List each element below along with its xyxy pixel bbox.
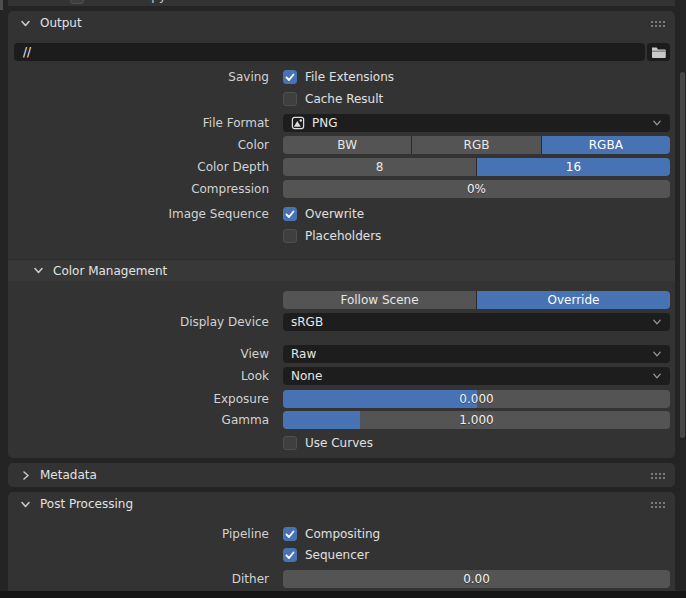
output-panel-header[interactable]: Output <box>8 11 675 35</box>
chevron-down-icon <box>652 371 662 381</box>
output-path-value: // <box>23 45 31 59</box>
chevron-right-icon <box>20 470 31 481</box>
placeholders-checkbox[interactable] <box>283 229 297 243</box>
compression-label: Compression <box>8 182 283 196</box>
pipeline-label: Pipeline <box>8 527 283 541</box>
sequencer-label: Sequencer <box>305 548 369 562</box>
overwrite-label: Overwrite <box>305 207 364 221</box>
output-panel: Output // Saving File Extensions <box>8 11 675 458</box>
browse-folder-button[interactable] <box>647 43 670 61</box>
chevron-down-icon <box>20 499 31 510</box>
exposure-label: Exposure <box>8 392 283 406</box>
compositing-checkbox[interactable] <box>283 527 297 541</box>
post-processing-panel-title: Post Processing <box>40 497 133 511</box>
override-button[interactable]: Override <box>477 291 670 309</box>
color-mode-segmented: BW RGB RGBA <box>283 136 670 154</box>
gamma-slider[interactable]: 1.000 <box>283 411 670 429</box>
cache-result-checkbox[interactable] <box>283 92 297 106</box>
file-extensions-label: File Extensions <box>305 70 394 84</box>
chevron-down-icon <box>20 18 31 29</box>
scrollbar-thumb[interactable] <box>680 72 685 438</box>
image-icon <box>291 116 305 130</box>
follow-scene-button[interactable]: Follow Scene <box>283 291 476 309</box>
display-device-dropdown[interactable]: sRGB <box>283 313 670 331</box>
sequencer-checkbox[interactable] <box>283 548 297 562</box>
chevron-down-icon <box>33 265 44 276</box>
panel-grip-handle[interactable] <box>650 472 665 479</box>
file-format-value: PNG <box>312 116 652 130</box>
look-label: Look <box>8 369 283 383</box>
color-management-subpanel-header[interactable]: Color Management <box>8 259 675 281</box>
post-processing-panel-header[interactable]: Post Processing <box>8 492 675 516</box>
color-management-title: Color Management <box>53 264 167 278</box>
clipped-panel-stereoscopy: Stereoscopy <box>8 0 675 6</box>
panel-grip-handle[interactable] <box>650 501 665 508</box>
clipped-left-widget <box>0 0 3 10</box>
stereoscopy-checkbox[interactable] <box>70 0 84 4</box>
dither-slider[interactable]: 0.00 <box>283 570 670 588</box>
look-value: None <box>291 369 652 383</box>
dither-value: 0.00 <box>463 572 490 586</box>
file-format-dropdown[interactable]: PNG <box>283 114 670 132</box>
chevron-down-icon <box>652 349 662 359</box>
stereoscopy-label: Stereoscopy <box>92 0 166 3</box>
metadata-panel-title: Metadata <box>40 468 97 482</box>
gamma-label: Gamma <box>8 413 283 427</box>
file-extensions-checkbox[interactable] <box>283 70 297 84</box>
compositing-label: Compositing <box>305 527 380 541</box>
color-rgb-button[interactable]: RGB <box>412 136 540 154</box>
exposure-slider[interactable]: 0.000 <box>283 390 670 408</box>
color-rgba-button[interactable]: RGBA <box>542 136 670 154</box>
cache-result-label: Cache Result <box>305 92 383 106</box>
color-depth-label: Color Depth <box>8 160 283 174</box>
chevron-down-icon <box>652 118 662 128</box>
color-bw-button[interactable]: BW <box>283 136 411 154</box>
dither-label: Dither <box>8 572 283 586</box>
panel-grip-handle[interactable] <box>650 20 665 27</box>
image-sequence-label: Image Sequence <box>8 207 283 221</box>
output-panel-title: Output <box>40 16 82 30</box>
view-label: View <box>8 347 283 361</box>
compression-slider[interactable]: 0% <box>283 180 670 198</box>
placeholders-label: Placeholders <box>305 229 381 243</box>
post-processing-panel: Post Processing Pipeline Compositing Seq… <box>8 492 675 596</box>
display-device-value: sRGB <box>291 315 652 329</box>
metadata-panel-header[interactable]: Metadata <box>8 463 675 487</box>
gamma-value: 1.000 <box>459 413 493 427</box>
color-depth-8-button[interactable]: 8 <box>283 158 476 176</box>
color-depth-segmented: 8 16 <box>283 158 670 176</box>
editor-bottom-border <box>0 591 686 598</box>
saving-label: Saving <box>8 70 283 84</box>
view-dropdown[interactable]: Raw <box>283 345 670 363</box>
output-path-input[interactable]: // <box>14 43 645 61</box>
color-management-mode-segmented: Follow Scene Override <box>283 291 670 309</box>
chevron-down-icon <box>652 317 662 327</box>
use-curves-label: Use Curves <box>305 436 373 450</box>
overwrite-checkbox[interactable] <box>283 207 297 221</box>
use-curves-checkbox[interactable] <box>283 436 297 450</box>
scrollbar[interactable] <box>679 0 685 591</box>
display-device-label: Display Device <box>8 315 283 329</box>
color-depth-16-button[interactable]: 16 <box>477 158 670 176</box>
metadata-panel: Metadata <box>8 463 675 487</box>
file-format-label: File Format <box>8 116 283 130</box>
look-dropdown[interactable]: None <box>283 367 670 385</box>
exposure-value: 0.000 <box>459 392 493 406</box>
view-value: Raw <box>291 347 652 361</box>
color-label: Color <box>8 138 283 152</box>
compression-value: 0% <box>467 182 486 196</box>
folder-icon <box>651 46 666 59</box>
